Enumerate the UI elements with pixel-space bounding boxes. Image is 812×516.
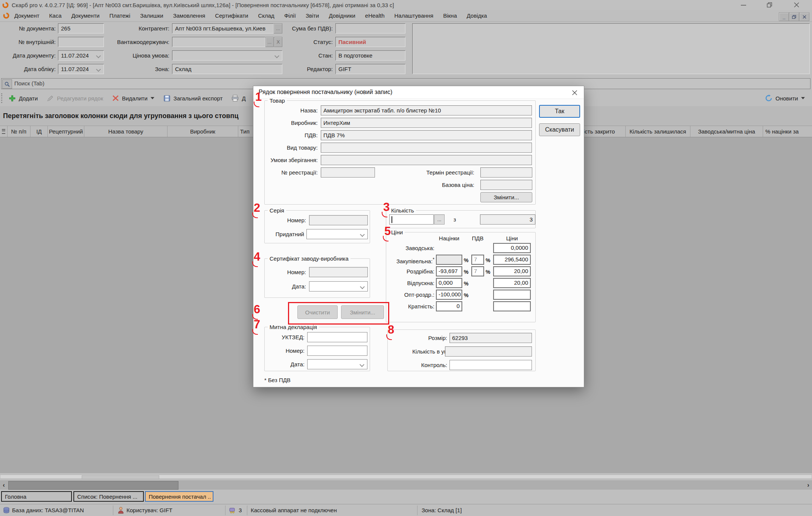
tab-povernennia-postachalnyku[interactable]: Повернення постачал .. bbox=[145, 491, 213, 502]
header-notes-panel[interactable] bbox=[412, 23, 810, 74]
mdi-close-button[interactable] bbox=[799, 12, 809, 21]
column-header-nazva[interactable]: Назва товару bbox=[84, 126, 168, 137]
column-header-typ[interactable]: Тип bbox=[238, 126, 253, 137]
multiplicity-price-field[interactable] bbox=[493, 301, 531, 311]
column-header-receptur[interactable]: Рецептурний bbox=[48, 126, 84, 137]
selling-markup-field[interactable]: 0,000 bbox=[436, 278, 462, 288]
retail-markup-field[interactable]: -93,697 bbox=[436, 266, 462, 276]
menu-item-zvity[interactable]: Звіти bbox=[301, 12, 324, 19]
series-group: Серія Номер: Придатний bbox=[264, 210, 370, 243]
refresh-dropdown-caret-icon[interactable] bbox=[801, 97, 805, 99]
product-name-field[interactable]: Амицитрон экстратаб табл. п/о блистер №1… bbox=[321, 105, 532, 115]
customs-number-field[interactable] bbox=[307, 346, 367, 356]
certificate-number-field[interactable] bbox=[309, 267, 368, 277]
column-header-zavodska[interactable]: Заводська/митна ціна bbox=[690, 126, 763, 137]
mdi-minimize-button[interactable]: _ bbox=[779, 12, 789, 21]
consignee-field[interactable] bbox=[172, 37, 265, 47]
menu-item-dovidnyky[interactable]: Довідники bbox=[324, 12, 360, 19]
row-selector-header[interactable] bbox=[0, 126, 8, 137]
purchase-vat-field[interactable]: 7 bbox=[471, 255, 484, 265]
customs-date-combo[interactable] bbox=[307, 359, 367, 369]
purchase-asterisk: * bbox=[433, 257, 434, 262]
cancel-button[interactable]: Скасувати bbox=[539, 123, 580, 136]
menu-item-zalyshky[interactable]: Залишки bbox=[135, 12, 168, 19]
print-button[interactable]: Д bbox=[227, 93, 250, 104]
contractor-field[interactable]: Апт №003 пгт.Барышевка, ул.Киев bbox=[172, 23, 274, 33]
restore-button[interactable] bbox=[761, 0, 778, 10]
wholesale-price-field[interactable] bbox=[493, 290, 531, 300]
menu-item-ehealth[interactable]: eHealth bbox=[360, 12, 390, 19]
dialog-close-icon[interactable] bbox=[570, 88, 579, 97]
reg-term-field[interactable] bbox=[480, 167, 532, 178]
base-price-field[interactable] bbox=[480, 180, 532, 190]
export-button[interactable]: Загальний експорт bbox=[159, 93, 227, 104]
selling-price-field[interactable]: 20,00 bbox=[493, 278, 531, 288]
chevron-down-icon[interactable] bbox=[360, 284, 365, 289]
delete-button[interactable]: Видалити bbox=[108, 93, 159, 104]
producer-label: Виробник: bbox=[265, 118, 318, 128]
series-number-field[interactable] bbox=[309, 215, 368, 225]
mdi-restore-button[interactable] bbox=[789, 12, 799, 21]
storage-conditions-field[interactable] bbox=[321, 155, 532, 165]
sum-field[interactable] bbox=[335, 23, 405, 33]
scrollbar-thumb[interactable] bbox=[8, 481, 178, 490]
menu-item-platezhi[interactable]: Платежі bbox=[104, 12, 135, 19]
horizontal-scrollbar[interactable]: ‹ › bbox=[0, 480, 812, 490]
product-kind-field[interactable] bbox=[321, 143, 532, 153]
factory-price-field[interactable]: 0,0000 bbox=[493, 243, 531, 253]
search-input[interactable]: Поиск (Tab) bbox=[14, 80, 44, 87]
dialog-title-bar[interactable]: Рядок повернення постачальнику (новий за… bbox=[253, 86, 584, 99]
multiplicity-field[interactable]: 0 bbox=[436, 301, 462, 311]
purchase-markup-field[interactable] bbox=[436, 255, 462, 265]
quantity-lookup-button[interactable]: ... bbox=[434, 214, 445, 225]
menu-item-dokumenty[interactable]: Документи bbox=[66, 12, 104, 19]
minimize-button[interactable] bbox=[735, 0, 752, 10]
scroll-left-icon[interactable]: ‹ bbox=[0, 480, 8, 490]
producer-field[interactable]: ИнтерХим bbox=[321, 118, 532, 128]
column-header-id[interactable]: ІД bbox=[30, 126, 48, 137]
column-header-zakryto[interactable]: ість закрито bbox=[583, 126, 626, 137]
toolbar-drag-handle[interactable] bbox=[1, 93, 4, 103]
add-button[interactable]: Додати bbox=[4, 93, 42, 104]
menu-item-dokument[interactable]: Документ bbox=[9, 12, 44, 19]
ok-button[interactable]: Так bbox=[539, 105, 580, 118]
scroll-right-icon[interactable]: › bbox=[804, 480, 812, 490]
menu-item-nalashtuvannia[interactable]: Налаштування bbox=[390, 12, 439, 19]
product-change-button[interactable]: Змінити... bbox=[480, 192, 532, 202]
column-header-zalyshylasia[interactable]: Кількість залишилася bbox=[626, 126, 690, 137]
certificate-date-combo[interactable] bbox=[309, 281, 368, 291]
delete-dropdown-caret-icon[interactable] bbox=[151, 97, 154, 99]
menu-item-filii[interactable]: Філії bbox=[279, 12, 301, 19]
size-field[interactable]: 62293 bbox=[449, 333, 532, 343]
refresh-button[interactable]: Оновити bbox=[760, 93, 809, 104]
inner-horizontal-scrollbar[interactable] bbox=[0, 475, 812, 479]
purchase-price-field[interactable]: 296,5400 bbox=[493, 255, 531, 265]
state-field: В подготовке bbox=[335, 50, 405, 61]
chevron-down-icon[interactable] bbox=[360, 362, 364, 367]
inner-scrollbar-thumb[interactable] bbox=[82, 475, 159, 479]
tab-holovna[interactable]: Головна bbox=[1, 491, 72, 502]
menu-item-sertyfikaty[interactable]: Сертифікати bbox=[210, 12, 253, 19]
vat-field[interactable]: ПДВ 7% bbox=[321, 130, 532, 140]
menu-item-kasa[interactable]: Каса bbox=[44, 12, 67, 19]
control-field[interactable] bbox=[449, 360, 532, 370]
wholesale-markup-field[interactable]: -100,000 bbox=[436, 290, 462, 300]
menu-item-vikna[interactable]: Вікна bbox=[438, 12, 462, 19]
menu-item-zamovlennia[interactable]: Замовлення bbox=[168, 12, 210, 19]
column-header-natsinky[interactable]: % націнки за bbox=[763, 126, 812, 137]
column-header-npp[interactable]: № п/п bbox=[8, 126, 31, 137]
quantity-input[interactable] bbox=[389, 214, 434, 225]
column-header-vyrobnyk[interactable]: Виробник bbox=[168, 126, 238, 137]
edit-row-button[interactable]: Редагувати рядок bbox=[42, 93, 108, 104]
menu-item-sklad[interactable]: Склад bbox=[253, 12, 279, 19]
uktzed-field[interactable] bbox=[307, 332, 367, 342]
tab-spysok-povernennia[interactable]: Список: Повернення ... bbox=[73, 491, 144, 502]
reg-number-field[interactable] bbox=[321, 167, 375, 178]
menu-item-dovidka[interactable]: Довідка bbox=[462, 12, 492, 19]
close-button[interactable] bbox=[788, 0, 805, 10]
pack-quantity-field[interactable] bbox=[445, 346, 532, 357]
retail-price-field[interactable]: 20,00 bbox=[493, 266, 531, 276]
chevron-down-icon[interactable] bbox=[360, 232, 365, 237]
series-valid-combo[interactable] bbox=[306, 229, 368, 239]
retail-vat-field[interactable]: 7 bbox=[471, 266, 484, 276]
